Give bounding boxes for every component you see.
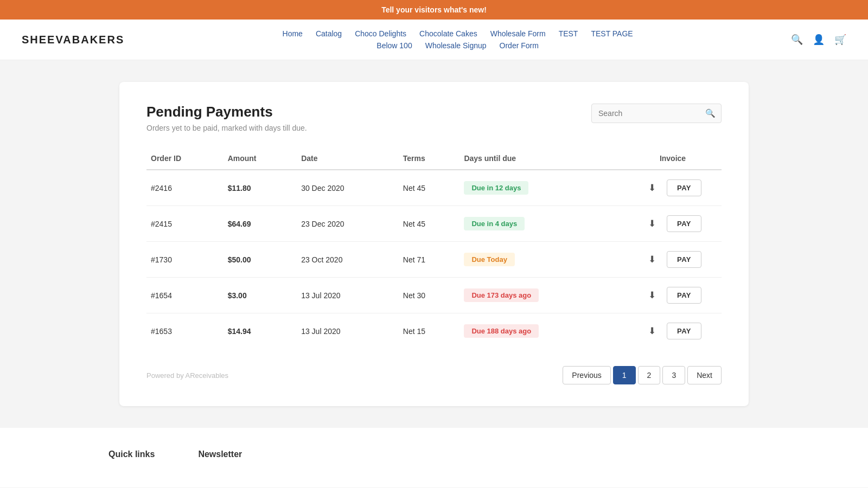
nav-wholesale-form[interactable]: Wholesale Form (490, 29, 546, 38)
nav-chocolate-cakes[interactable]: Chocolate Cakes (419, 29, 477, 38)
main-content: Pending Payments Orders yet to be paid, … (108, 82, 760, 406)
card-title-area: Pending Payments Orders yet to be paid, … (146, 104, 307, 132)
download-invoice-button[interactable]: ⬇ (644, 215, 660, 233)
cell-invoice: ⬇ PAY (624, 206, 722, 242)
status-badge: Due 188 days ago (464, 324, 539, 338)
status-badge: Due in 4 days (464, 217, 525, 230)
page-1-button[interactable]: 1 (613, 366, 636, 384)
cell-terms: Net 45 (399, 206, 460, 242)
cell-terms: Net 45 (399, 170, 460, 206)
col-order-id: Order ID (146, 149, 224, 170)
footer-newsletter: Newsletter (198, 450, 242, 466)
cell-amount: $11.80 (224, 170, 297, 206)
card-header: Pending Payments Orders yet to be paid, … (146, 104, 722, 132)
cell-date: 23 Oct 2020 (297, 242, 399, 278)
nav-order-form[interactable]: Order Form (500, 41, 539, 50)
pay-button[interactable]: PAY (667, 251, 701, 268)
col-amount: Amount (224, 149, 297, 170)
cell-status: Due Today (459, 242, 624, 278)
cell-terms: Net 71 (399, 242, 460, 278)
nav-catalog[interactable]: Catalog (316, 29, 342, 38)
cell-status: Due in 4 days (459, 206, 624, 242)
prev-button[interactable]: Previous (563, 366, 610, 384)
site-logo: SHEEVABAKERS (22, 34, 124, 46)
pay-button[interactable]: PAY (667, 215, 701, 232)
table-body: #2416 $11.80 30 Dec 2020 Net 45 Due in 1… (146, 170, 722, 349)
status-badge: Due Today (464, 253, 515, 266)
cell-amount: $64.69 (224, 206, 297, 242)
col-terms: Terms (399, 149, 460, 170)
table-row: #1653 $14.94 13 Jul 2020 Net 15 Due 188 … (146, 313, 722, 349)
download-invoice-button[interactable]: ⬇ (644, 286, 660, 304)
table-row: #2416 $11.80 30 Dec 2020 Net 45 Due in 1… (146, 170, 722, 206)
cell-amount: $50.00 (224, 242, 297, 278)
cell-terms: Net 30 (399, 278, 460, 313)
table-row: #1730 $50.00 23 Oct 2020 Net 71 Due Toda… (146, 242, 722, 278)
cell-date: 30 Dec 2020 (297, 170, 399, 206)
cart-icon[interactable]: 🛒 (834, 34, 846, 46)
status-badge: Due 173 days ago (464, 288, 539, 302)
nav-wholesale-signup[interactable]: Wholesale Signup (425, 41, 487, 50)
nav-home[interactable]: Home (283, 29, 303, 38)
search-box: 🔍 (591, 104, 722, 123)
announcement-text: Tell your visitors what's new! (381, 5, 487, 14)
page-2-button[interactable]: 2 (638, 366, 661, 384)
header-icons: 🔍 👤 🛒 (791, 34, 846, 46)
main-nav: Home Catalog Choco Delights Chocolate Ca… (283, 29, 633, 50)
card-footer: Powered by AReceivables Previous 1 2 3 N… (146, 366, 722, 384)
download-invoice-button[interactable]: ⬇ (644, 322, 660, 340)
cell-date: 13 Jul 2020 (297, 313, 399, 349)
cell-terms: Net 15 (399, 313, 460, 349)
announcement-bar: Tell your visitors what's new! (0, 0, 868, 20)
cell-status: Due in 12 days (459, 170, 624, 206)
page-subtitle: Orders yet to be paid, marked with days … (146, 124, 307, 132)
cell-date: 23 Dec 2020 (297, 206, 399, 242)
col-invoice: Invoice (624, 149, 722, 170)
download-invoice-button[interactable]: ⬇ (644, 179, 660, 197)
payments-table: Order ID Amount Date Terms Days until du… (146, 149, 722, 349)
user-icon[interactable]: 👤 (813, 34, 825, 46)
page-title: Pending Payments (146, 104, 307, 120)
nav-test-page[interactable]: TEST PAGE (591, 29, 633, 38)
download-invoice-button[interactable]: ⬇ (644, 251, 660, 268)
nav-below-100[interactable]: Below 100 (376, 41, 412, 50)
cell-order-id: #2415 (146, 206, 224, 242)
col-days-until-due: Days until due (459, 149, 624, 170)
cell-amount: $14.94 (224, 313, 297, 349)
cell-order-id: #1730 (146, 242, 224, 278)
cell-invoice: ⬇ PAY (624, 242, 722, 278)
cell-invoice: ⬇ PAY (624, 313, 722, 349)
site-footer: Quick links Newsletter (0, 428, 868, 487)
cell-order-id: #1654 (146, 278, 224, 313)
cell-amount: $3.00 (224, 278, 297, 313)
payments-card: Pending Payments Orders yet to be paid, … (119, 82, 749, 406)
cell-date: 13 Jul 2020 (297, 278, 399, 313)
footer-columns: Quick links Newsletter (108, 450, 760, 466)
search-icon[interactable]: 🔍 (791, 34, 803, 46)
cell-order-id: #2416 (146, 170, 224, 206)
nav-test[interactable]: TEST (559, 29, 578, 38)
site-header: SHEEVABAKERS Home Catalog Choco Delights… (0, 20, 868, 60)
pay-button[interactable]: PAY (667, 179, 701, 196)
search-button[interactable]: 🔍 (700, 104, 721, 123)
pay-button[interactable]: PAY (667, 287, 701, 304)
footer-quick-links-heading: Quick links (108, 450, 155, 459)
next-button[interactable]: Next (687, 366, 722, 384)
powered-by-text: Powered by AReceivables (146, 371, 228, 380)
payments-table-wrap: Order ID Amount Date Terms Days until du… (146, 149, 722, 349)
cell-order-id: #1653 (146, 313, 224, 349)
search-input[interactable] (592, 105, 700, 122)
cell-status: Due 188 days ago (459, 313, 624, 349)
pagination: Previous 1 2 3 Next (563, 366, 722, 384)
page-3-button[interactable]: 3 (662, 366, 685, 384)
nav-row-2: Below 100 Wholesale Signup Order Form (376, 41, 539, 50)
table-row: #1654 $3.00 13 Jul 2020 Net 30 Due 173 d… (146, 278, 722, 313)
cell-status: Due 173 days ago (459, 278, 624, 313)
nav-choco-delights[interactable]: Choco Delights (355, 29, 406, 38)
table-row: #2415 $64.69 23 Dec 2020 Net 45 Due in 4… (146, 206, 722, 242)
footer-newsletter-heading: Newsletter (198, 450, 242, 459)
cell-invoice: ⬇ PAY (624, 278, 722, 313)
pay-button[interactable]: PAY (667, 323, 701, 339)
footer-quick-links: Quick links (108, 450, 155, 466)
nav-row-1: Home Catalog Choco Delights Chocolate Ca… (283, 29, 633, 38)
